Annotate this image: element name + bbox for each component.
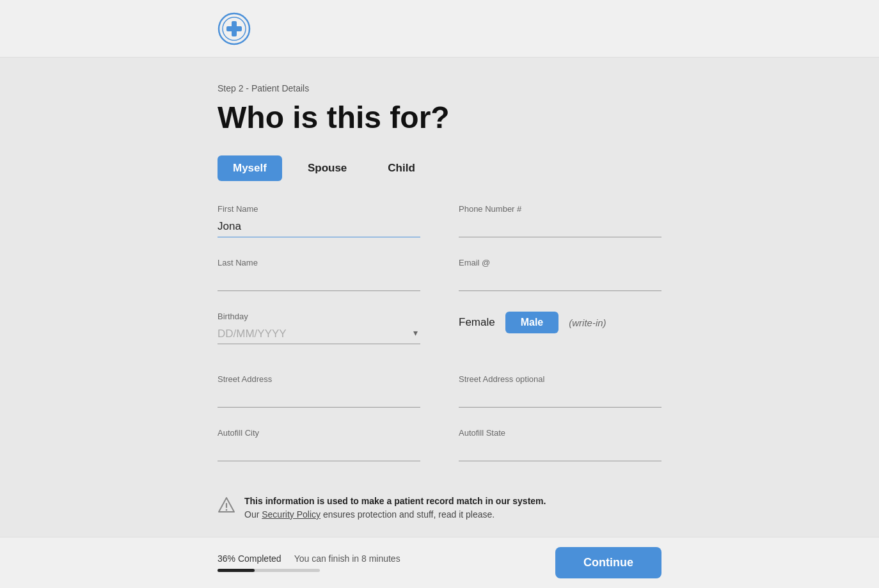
header xyxy=(0,0,879,58)
gender-row: Female Male (write-in) xyxy=(459,312,661,333)
page-title: Who is this for? xyxy=(218,100,661,135)
info-bold: This information is used to make a patie… xyxy=(244,496,546,506)
first-name-label: First Name xyxy=(218,204,420,214)
patient-type-myself[interactable]: Myself xyxy=(218,155,282,181)
city-label: Autofill City xyxy=(218,428,420,438)
svg-point-6 xyxy=(226,509,228,511)
email-field: Email @ xyxy=(459,258,661,291)
info-normal: Our Security Policy ensures protection a… xyxy=(244,509,495,520)
progress-bar-container xyxy=(218,569,320,572)
last-name-label: Last Name xyxy=(218,258,420,267)
last-name-field: Last Name xyxy=(218,258,420,291)
gender-female-label: Female xyxy=(459,316,495,329)
phone-number-input[interactable] xyxy=(459,218,661,237)
patient-type-group: Myself Spouse Child xyxy=(218,155,661,181)
completed-text: 36% Completed xyxy=(218,553,281,564)
footer-bar: 36% Completed You can finish in 8 minute… xyxy=(0,537,879,588)
street-address-field: Street Address xyxy=(218,374,420,408)
security-policy-link[interactable]: Security Policy xyxy=(262,509,321,520)
street-address-label: Street Address xyxy=(218,374,420,384)
gender-container: Female Male (write-in) xyxy=(459,312,661,354)
state-field: Autofill State xyxy=(459,428,661,461)
continue-button[interactable]: Continue xyxy=(555,547,661,578)
footer-progress: 36% Completed You can finish in 8 minute… xyxy=(218,553,400,572)
birthday-select[interactable]: DD/MM/YYYY xyxy=(218,325,420,344)
info-box: This information is used to make a patie… xyxy=(218,488,661,528)
step-label: Step 2 - Patient Details xyxy=(218,83,661,93)
city-field: Autofill City xyxy=(218,428,420,461)
patient-type-child[interactable]: Child xyxy=(372,155,431,181)
svg-rect-3 xyxy=(226,26,242,31)
state-input[interactable] xyxy=(459,441,661,461)
warning-icon xyxy=(218,496,235,514)
logo xyxy=(218,12,251,45)
street-address-optional-field: Street Address optional xyxy=(459,374,661,408)
email-label: Email @ xyxy=(459,258,661,267)
state-label: Autofill State xyxy=(459,428,661,438)
phone-number-label: Phone Number # xyxy=(459,204,661,214)
city-input[interactable] xyxy=(218,441,420,461)
phone-number-field: Phone Number # xyxy=(459,204,661,237)
footer-stats: 36% Completed You can finish in 8 minute… xyxy=(218,553,400,564)
street-address-input[interactable] xyxy=(218,388,420,408)
last-name-input[interactable] xyxy=(218,271,420,291)
first-name-field: First Name xyxy=(218,204,420,237)
patient-type-spouse[interactable]: Spouse xyxy=(292,155,362,181)
street-address-optional-input[interactable] xyxy=(459,388,661,408)
birthday-label: Birthday xyxy=(218,312,420,321)
first-name-input[interactable] xyxy=(218,218,420,237)
gender-male-btn[interactable]: Male xyxy=(505,312,559,333)
email-input[interactable] xyxy=(459,271,661,291)
info-text: This information is used to make a patie… xyxy=(244,495,546,521)
form-grid: First Name Phone Number # Last Name Emai… xyxy=(218,204,661,482)
finish-text: You can finish in 8 minutes xyxy=(294,553,400,564)
gender-writein-label[interactable]: (write-in) xyxy=(569,317,606,328)
info-after-link: ensures protection and stuff, read it pl… xyxy=(321,509,495,520)
street-address-optional-label: Street Address optional xyxy=(459,374,661,384)
main-content: Step 2 - Patient Details Who is this for… xyxy=(0,58,879,588)
progress-bar-fill xyxy=(218,569,255,572)
birthday-field: Birthday DD/MM/YYYY ▾ xyxy=(218,312,420,354)
